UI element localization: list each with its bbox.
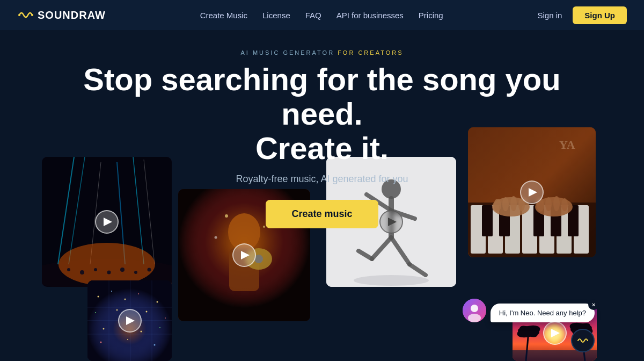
logo[interactable]: SOUNDRAW [17, 6, 106, 24]
svg-point-10 [58, 243, 155, 286]
soundraw-widget-button[interactable] [571, 329, 595, 352]
neo-avatar [463, 299, 486, 322]
hero-badge-text: AI MUSIC GENERATOR FOR CREATORS [240, 49, 403, 56]
city-bg [87, 280, 172, 361]
neo-close-button[interactable]: ✕ [588, 299, 599, 310]
svg-point-92 [547, 327, 562, 342]
svg-point-24 [215, 236, 217, 239]
navigation: SOUNDRAW Create Music License FAQ API fo… [0, 0, 644, 30]
sign-in-link[interactable]: Sign in [537, 11, 562, 20]
svg-point-0 [18, 14, 20, 16]
svg-point-104 [468, 314, 481, 322]
svg-point-11 [67, 268, 70, 271]
city-card[interactable] [87, 280, 172, 361]
svg-point-95 [518, 323, 539, 340]
svg-point-84 [141, 331, 142, 333]
svg-point-80 [146, 311, 148, 313]
svg-point-78 [116, 309, 118, 311]
svg-point-87 [127, 339, 128, 340]
svg-line-36 [391, 237, 409, 264]
hero-title-line1: Stop searching for the song you need. [83, 62, 560, 131]
svg-point-73 [111, 291, 112, 292]
hero-badge: AI MUSIC GENERATOR FOR CREATORS [0, 49, 644, 56]
hero-title: Stop searching for the song you need. Cr… [80, 62, 564, 165]
svg-point-15 [120, 268, 125, 272]
svg-point-76 [157, 301, 158, 303]
neo-message: Hi, I'm Neo. Need any help? [491, 304, 595, 322]
svg-point-82 [103, 328, 105, 330]
svg-point-27 [254, 255, 263, 263]
svg-point-86 [100, 342, 102, 343]
nav-actions: Sign in Sign Up [537, 6, 627, 24]
svg-point-83 [119, 326, 120, 327]
soundraw-widget-icon [576, 334, 589, 347]
hero-badge-highlight: FOR CREATORS [338, 49, 403, 56]
nav-faq[interactable]: FAQ [305, 11, 321, 20]
logo-text: SOUNDRAW [38, 9, 106, 21]
nav-create-music[interactable]: Create Music [200, 11, 247, 20]
nav-pricing[interactable]: Pricing [419, 11, 443, 20]
neo-chat-widget: Hi, I'm Neo. Need any help? ✕ [463, 299, 595, 322]
svg-point-16 [134, 271, 137, 274]
svg-rect-21 [229, 248, 259, 291]
svg-line-37 [409, 264, 426, 275]
hero-section: AI MUSIC GENERATOR FOR CREATORS Stop sea… [0, 30, 644, 228]
create-music-button[interactable]: Create music [266, 200, 378, 228]
svg-point-88 [154, 344, 156, 346]
svg-point-74 [125, 299, 126, 300]
disco-play-button[interactable] [232, 243, 256, 267]
svg-point-94 [516, 323, 541, 340]
svg-line-35 [358, 251, 372, 259]
svg-point-103 [471, 305, 478, 312]
svg-point-91 [545, 324, 564, 344]
svg-point-79 [133, 315, 134, 316]
palm-play-button[interactable] [543, 321, 567, 345]
city-play-overlay [87, 280, 172, 361]
nav-api[interactable]: API for businesses [336, 11, 404, 20]
soundraw-logo-icon [17, 6, 34, 24]
svg-point-14 [107, 271, 111, 275]
hero-title-line2: Create it. [255, 131, 389, 165]
svg-point-81 [165, 317, 166, 319]
svg-point-12 [80, 270, 84, 275]
svg-point-1 [31, 14, 33, 16]
svg-point-85 [159, 327, 160, 328]
svg-line-93 [526, 331, 529, 361]
svg-point-13 [94, 268, 97, 271]
svg-rect-65 [87, 280, 172, 361]
nav-license[interactable]: License [262, 11, 290, 20]
svg-point-3 [42, 259, 172, 287]
svg-point-77 [95, 312, 96, 313]
svg-point-72 [98, 296, 99, 298]
sign-up-button[interactable]: Sign Up [573, 6, 627, 24]
nav-links: Create Music License FAQ API for busines… [200, 11, 443, 20]
svg-point-96 [517, 326, 539, 337]
neo-bubble-container: Hi, I'm Neo. Need any help? ✕ [491, 304, 595, 322]
svg-line-34 [372, 237, 391, 259]
svg-point-29 [354, 275, 429, 286]
hero-subtitle: Royalty-free music, AI generated for you [0, 174, 644, 185]
svg-point-17 [148, 268, 151, 272]
svg-point-26 [245, 248, 272, 270]
svg-point-75 [138, 293, 139, 294]
city-play-button[interactable] [118, 309, 142, 333]
svg-rect-64 [87, 280, 172, 361]
